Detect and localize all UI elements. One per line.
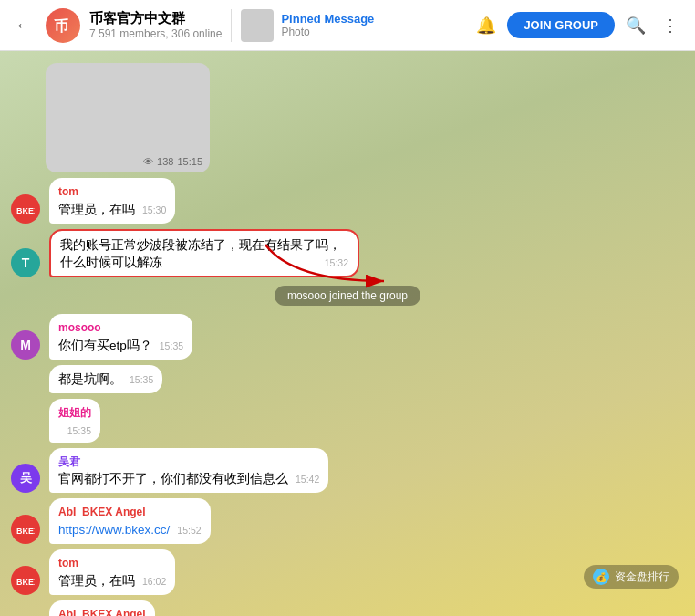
photo-meta: 👁 138 15:15 xyxy=(143,156,202,167)
message-time: 15:30 xyxy=(142,204,166,217)
avatar: M xyxy=(11,330,40,360)
avatar: BKEX xyxy=(11,515,40,544)
svg-text:BKEX: BKEX xyxy=(16,206,35,215)
message-sender: AbI_BKEX Angel xyxy=(58,505,202,520)
svg-text:BKEX: BKEX xyxy=(16,527,35,536)
message-text: 都是坑啊。 xyxy=(58,372,122,386)
search-icon[interactable]: 🔍 xyxy=(620,10,651,41)
photo-message-row: 👁 138 15:15 xyxy=(0,60,695,175)
message-sender: AbI_BKEX Angel xyxy=(58,607,146,616)
group-avatar: 币 xyxy=(46,8,80,43)
message-sender: 吴君 xyxy=(58,454,319,470)
pinned-message-area[interactable]: Pinned Message Photo xyxy=(241,9,471,42)
header-actions: 🔔 JOIN GROUP 🔍 ⋮ xyxy=(471,10,684,41)
mute-icon[interactable]: 🔔 xyxy=(471,10,502,41)
message-sender: mosooo xyxy=(58,320,183,336)
pinned-thumbnail xyxy=(241,9,274,42)
message-time: 15:35 xyxy=(160,339,183,353)
message-text: 官网都打不开了，你们都没有收到信息么 xyxy=(58,472,288,485)
table-row: 吴 吴君 官网都打不开了，你们都没有收到信息么 15:42 xyxy=(0,445,695,496)
table-row: BKEX AbI_BKEX Angel https://www.bkex.cc/… xyxy=(0,496,695,547)
table-row: T 我的账号正常炒波段被冻结了，现在有结果了吗，什么时候可以解冻 15:32 xyxy=(0,226,695,281)
system-notification-area: mosooo joined the group xyxy=(0,286,695,306)
group-members: 7 591 members, 306 online xyxy=(89,27,222,40)
svg-text:BKEX: BKEX xyxy=(16,578,35,587)
watermark-icon: 💰 xyxy=(593,569,609,585)
message-sender: tom xyxy=(58,184,166,200)
message-sender: tom xyxy=(58,556,166,571)
table-row: 姐姐的 15:35 xyxy=(0,396,695,444)
avatar: BKEX xyxy=(11,194,40,224)
message-time: 15:52 xyxy=(177,524,201,538)
message-bubble: 姐姐的 15:35 xyxy=(49,399,100,442)
eye-icon: 👁 xyxy=(143,156,153,167)
avatar: 吴 xyxy=(11,464,40,493)
message-text: 管理员，在吗 xyxy=(58,574,135,588)
header-left: ← 币 币客官方中文群 7 591 members, 306 online xyxy=(11,8,222,43)
chat-header: ← 币 币客官方中文群 7 591 members, 306 online Pi… xyxy=(0,0,695,51)
table-row: BKEX tom 管理员，在吗 15:30 xyxy=(0,175,695,226)
message-bubble: 我的账号正常炒波段被冻结了，现在有结果了吗，什么时候可以解冻 15:32 xyxy=(49,229,359,278)
pinned-label: Pinned Message xyxy=(281,12,374,26)
avatar: BKEX xyxy=(11,566,40,595)
table-row: BKEX AbI_BKEX Angel 在的 16:05 xyxy=(0,598,695,616)
message-link[interactable]: https://www.bkex.cc/ xyxy=(58,523,170,537)
message-text: 我的账号正常炒波段被冻结了，现在有结果了吗，什么时候可以解冻 xyxy=(60,238,341,269)
message-time: 15:42 xyxy=(296,473,319,486)
photo-time: 15:15 xyxy=(177,156,202,167)
message-time: 15:35 xyxy=(130,373,153,387)
svg-text:币: 币 xyxy=(54,17,68,34)
message-bubble: tom 管理员，在吗 15:30 xyxy=(49,178,175,224)
back-button[interactable]: ← xyxy=(11,11,36,39)
group-info: 币客官方中文群 7 591 members, 306 online xyxy=(89,10,222,40)
watermark-text: 资金盘排行 xyxy=(615,569,669,585)
table-row: M mosooo 你们有买etp吗？ 15:35 xyxy=(0,311,695,362)
message-text: 你们有买etp吗？ xyxy=(58,339,152,352)
message-bubble: tom 管理员，在吗 16:02 xyxy=(49,549,175,595)
system-message: mosooo joined the group xyxy=(275,286,420,306)
message-time: 15:32 xyxy=(325,256,348,270)
more-icon[interactable]: ⋮ xyxy=(657,10,684,41)
photo-views: 138 xyxy=(157,156,173,167)
message-bubble: AbI_BKEX Angel https://www.bkex.cc/ 15:5… xyxy=(49,498,211,544)
message-text: 管理员，在吗 xyxy=(58,203,135,216)
watermark: 💰 资金盘排行 xyxy=(584,565,679,589)
message-time: 16:02 xyxy=(142,575,166,589)
avatar: T xyxy=(11,248,40,277)
pinned-sub: Photo xyxy=(281,26,374,38)
pinned-text: Pinned Message Photo xyxy=(281,12,374,38)
message-bubble: 吴君 官网都打不开了，你们都没有收到信息么 15:42 xyxy=(49,448,328,494)
chat-area: 👁 138 15:15 BKEX tom 管理员，在吗 15:30 T 我的账号… xyxy=(0,51,695,616)
message-time: 15:35 xyxy=(67,424,91,438)
photo-bubble: 👁 138 15:15 xyxy=(46,63,210,172)
join-group-button[interactable]: JOIN GROUP xyxy=(507,12,615,38)
message-bubble: 都是坑啊。 15:35 xyxy=(49,365,162,393)
header-divider xyxy=(231,9,232,42)
message-bubble: mosooo 你们有买etp吗？ 15:35 xyxy=(49,314,192,360)
table-row: 都是坑啊。 15:35 xyxy=(0,362,695,396)
message-bubble: AbI_BKEX Angel 在的 16:05 xyxy=(49,600,155,616)
message-sender: 姐姐的 xyxy=(58,405,91,421)
group-name: 币客官方中文群 xyxy=(89,10,222,27)
